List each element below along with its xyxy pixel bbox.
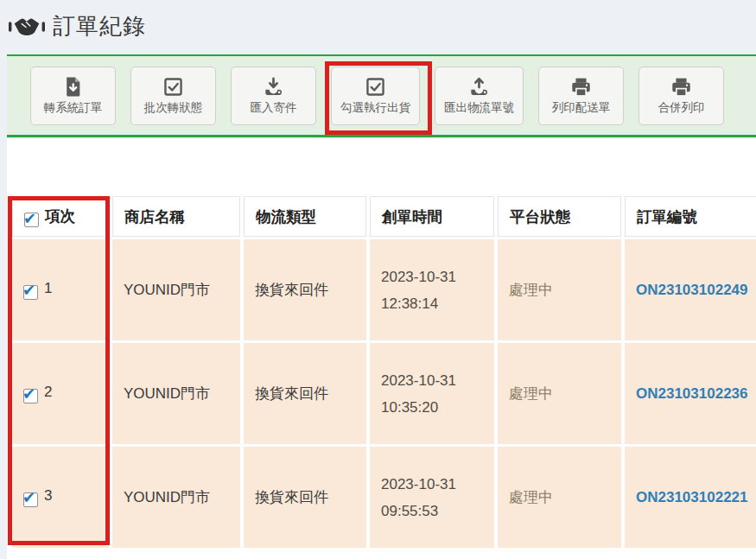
- cell-store-name: YOUNID門市: [112, 447, 240, 548]
- check-mark: ✔: [23, 211, 36, 226]
- created-date: 2023-10-31: [381, 471, 494, 498]
- button-label: 匯出物流單號: [444, 100, 514, 116]
- row-checkbox[interactable]: ✔: [23, 492, 38, 507]
- created-time: 12:38:14: [381, 290, 494, 317]
- button-label: 批次轉狀態: [144, 100, 203, 116]
- table-row: ✔2 YOUNID門市 換貨來回件 2023-10-31 10:35:20 處理…: [12, 343, 756, 444]
- button-print-delivery-slip[interactable]: 列印配送單: [538, 67, 624, 125]
- status-text: 處理中: [509, 385, 553, 402]
- button-label: 列印配送單: [552, 100, 611, 116]
- table-row: ✔3 YOUNID門市 換貨來回件 2023-10-31 09:55:53 處理…: [12, 447, 756, 548]
- file-import-icon: [62, 76, 84, 98]
- check-mark: ✔: [22, 283, 35, 298]
- row-index: 1: [44, 280, 52, 296]
- created-date: 2023-10-31: [381, 367, 494, 394]
- printer-icon: [570, 76, 592, 98]
- row-checkbox[interactable]: ✔: [23, 389, 38, 403]
- button-label: 勾選執行出貨: [340, 100, 410, 116]
- cell-created-time: 2023-10-31 10:35:20: [370, 343, 494, 444]
- row-index: 2: [44, 384, 52, 400]
- cell-order-no: ON23103102221: [625, 447, 756, 548]
- created-date: 2023-10-31: [381, 264, 494, 290]
- cell-order-no: ON23103102249: [625, 239, 756, 340]
- created-time: 09:55:53: [381, 498, 494, 524]
- order-number-link[interactable]: ON23103102236: [636, 385, 748, 402]
- button-import-shipment[interactable]: 匯入寄件: [231, 67, 316, 125]
- button-label: 轉系統訂單: [44, 100, 103, 116]
- check-mark: ✔: [22, 490, 35, 505]
- cell-store-name: YOUNID門市: [112, 239, 240, 340]
- column-header-label: 項次: [45, 207, 75, 225]
- column-header-store-name: 商店名稱: [112, 196, 240, 237]
- order-number-link[interactable]: ON23103102221: [636, 489, 748, 505]
- column-header-created-time: 創單時間: [370, 196, 494, 237]
- page-header: 訂單紀錄: [9, 11, 146, 41]
- cell-order-no: ON23103102236: [625, 343, 756, 444]
- select-all-checkbox[interactable]: ✔: [24, 213, 39, 227]
- check-square-icon: [365, 76, 386, 98]
- column-header-logistics-type: 物流類型: [244, 196, 366, 237]
- button-check-execute-shipping[interactable]: 勾選執行出貨: [331, 67, 420, 125]
- cell-index: ✔1: [12, 239, 109, 340]
- row-index: 3: [44, 487, 52, 504]
- cell-logistics-type: 換貨來回件: [244, 239, 366, 340]
- content-area: ✔項次 商店名稱 物流類型 創單時間 平台狀態 訂單編號 ✔1 YOUNID門市…: [7, 139, 756, 559]
- cell-platform-status: 處理中: [498, 447, 621, 548]
- order-number-link[interactable]: ON23103102249: [636, 282, 748, 298]
- button-export-tracking-number[interactable]: 匯出物流單號: [435, 67, 524, 125]
- download-icon: [263, 76, 284, 98]
- button-convert-system-order[interactable]: 轉系統訂單: [30, 67, 116, 125]
- page-title: 訂單紀錄: [53, 11, 146, 41]
- cell-platform-status: 處理中: [498, 239, 621, 340]
- cell-created-time: 2023-10-31 12:38:14: [370, 239, 494, 340]
- cell-index: ✔2: [12, 343, 109, 444]
- cell-logistics-type: 換貨來回件: [244, 343, 366, 444]
- button-merge-print[interactable]: 合併列印: [638, 67, 724, 125]
- cell-index: ✔3: [12, 447, 109, 548]
- column-header-platform-status: 平台狀態: [498, 196, 621, 237]
- cell-platform-status: 處理中: [498, 343, 621, 444]
- check-square-icon: [162, 76, 184, 98]
- check-mark: ✔: [22, 386, 35, 402]
- cell-logistics-type: 換貨來回件: [244, 447, 366, 548]
- orders-table: ✔項次 商店名稱 物流類型 創單時間 平台狀態 訂單編號 ✔1 YOUNID門市…: [9, 194, 756, 550]
- created-time: 10:35:20: [381, 394, 494, 421]
- button-batch-status[interactable]: 批次轉狀態: [130, 67, 216, 125]
- row-checkbox[interactable]: ✔: [23, 285, 38, 300]
- upload-icon: [468, 76, 490, 98]
- toolbar: 轉系統訂單 批次轉狀態 匯入寄件 勾選執行出貨 匯出物流單號 列印配送單 合併列…: [7, 54, 756, 137]
- handshake-icon: [9, 15, 45, 39]
- cell-created-time: 2023-10-31 09:55:53: [370, 447, 494, 548]
- printer-icon: [670, 76, 692, 98]
- button-label: 匯入寄件: [251, 100, 297, 116]
- status-text: 處理中: [509, 489, 553, 505]
- cell-store-name: YOUNID門市: [112, 343, 240, 444]
- column-header-index: ✔項次: [12, 196, 109, 237]
- table-header-row: ✔項次 商店名稱 物流類型 創單時間 平台狀態 訂單編號: [12, 196, 756, 237]
- column-header-order-no: 訂單編號: [625, 196, 756, 237]
- status-text: 處理中: [509, 282, 553, 298]
- button-label: 合併列印: [658, 100, 705, 116]
- table-row: ✔1 YOUNID門市 換貨來回件 2023-10-31 12:38:14 處理…: [12, 239, 756, 340]
